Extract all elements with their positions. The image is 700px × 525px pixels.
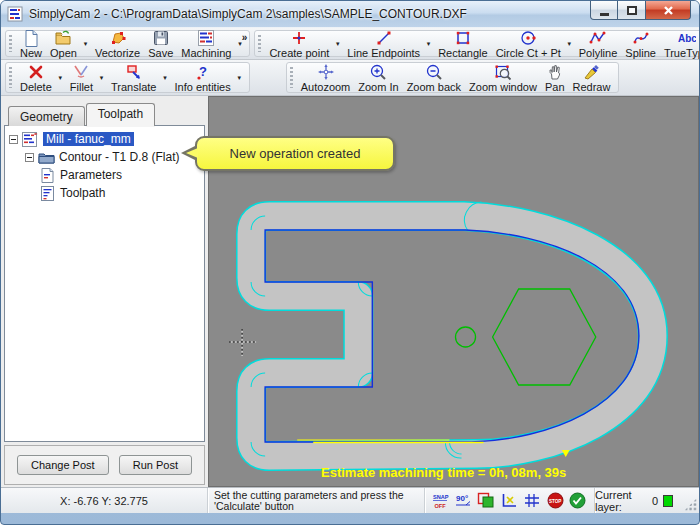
grid-icon[interactable] — [523, 492, 542, 509]
polyline-button[interactable]: Polyline — [575, 28, 622, 59]
window-title: SimplyCam 2 - C:\ProgramData\SimplyCam 2… — [29, 7, 467, 21]
current-layer-cell: Current layer: 0 — [595, 488, 699, 513]
tree-item-mill[interactable]: Mill - fanuc_mm — [7, 130, 202, 148]
svg-text:?: ? — [199, 64, 207, 79]
stop-icon[interactable]: STOP — [546, 492, 565, 509]
svg-text:90°: 90° — [456, 494, 468, 503]
truetype-icon: Abc — [678, 29, 696, 47]
run-post-button[interactable]: Run Post — [119, 455, 192, 475]
change-post-button[interactable]: Change Post — [17, 455, 109, 475]
angle-90-icon[interactable]: 90° — [455, 492, 474, 509]
machining-icon — [197, 29, 215, 47]
create-point-button[interactable]: Create point — [265, 28, 333, 59]
zoom-window-button[interactable]: Zoom window — [465, 62, 541, 93]
side-panel: Geometry Toolpath Mill - fanuc_mm — [1, 96, 207, 487]
ok-icon[interactable] — [568, 492, 587, 509]
contour-geometry[interactable] — [265, 230, 639, 442]
toolbar-grip[interactable] — [258, 35, 261, 52]
status-bar: X: -6.76 Y: 32.775 Set the cutting param… — [1, 487, 699, 513]
vectorize-icon — [109, 29, 127, 47]
redraw-button[interactable]: Redraw — [569, 62, 615, 93]
vectorize-button[interactable]: Vectorize — [91, 28, 144, 59]
fillet-dropdown-arrow[interactable] — [97, 74, 106, 82]
zoom-back-icon — [425, 63, 443, 81]
app-icon — [7, 6, 23, 22]
polyline-icon — [589, 29, 607, 47]
current-layer-label: Current layer: — [595, 489, 647, 513]
status-message: Set the cutting parameters and press the… — [208, 488, 425, 513]
app-window: SimplyCam 2 - C:\ProgramData\SimplyCam 2… — [0, 0, 700, 525]
circle-ct-pt-icon — [519, 29, 537, 47]
line-endpoints-icon — [375, 29, 393, 47]
line-endpoints-button[interactable]: Line Endpoints — [343, 28, 424, 59]
zoom-in-icon — [369, 63, 387, 81]
spline-icon — [632, 29, 650, 47]
toolbar-gap — [252, 61, 284, 94]
delete-dropdown-arrow[interactable] — [56, 74, 65, 82]
info-entities-icon: ? — [194, 63, 212, 81]
svg-text:SNAP: SNAP — [433, 494, 449, 500]
open-dropdown-arrow[interactable] — [81, 40, 90, 48]
line-dropdown-arrow[interactable] — [424, 40, 433, 48]
open-button[interactable]: Open — [46, 28, 81, 59]
toolbar-overflow-chevron[interactable] — [242, 32, 248, 43]
rectangle-button[interactable]: Rectangle — [434, 28, 492, 59]
tab-toolpath[interactable]: Toolpath — [86, 103, 155, 126]
circle-dropdown-arrow[interactable] — [565, 40, 574, 48]
parameters-page-icon — [39, 168, 56, 183]
panel-tabs: Geometry Toolpath — [4, 102, 205, 125]
create-point-dropdown-arrow[interactable] — [333, 40, 342, 48]
tree-item-parameters[interactable]: Parameters — [7, 166, 202, 184]
close-button[interactable] — [646, 1, 691, 20]
circle-ct-pt-button[interactable]: Circle Ct + Pt — [492, 28, 565, 59]
toolbar-grip[interactable] — [290, 67, 293, 88]
translate-button[interactable]: Translate — [107, 62, 160, 93]
info-entities-dropdown-arrow[interactable] — [235, 74, 244, 82]
post-buttons-area: Change Post Run Post — [4, 445, 205, 485]
autozoom-button[interactable]: Autozoom — [297, 62, 355, 93]
truetype-button[interactable]: Abc TrueType — [660, 28, 700, 59]
hexagon-geometry[interactable] — [493, 289, 596, 385]
toolbar-edit-view: Delete Fillet Translate ? — [1, 60, 699, 96]
mill-machine-icon — [22, 132, 39, 147]
pan-button[interactable]: Pan — [541, 62, 569, 93]
toolbar-grip[interactable] — [9, 67, 12, 88]
current-layer-value: 0 — [652, 495, 658, 507]
toolpath-tree: Mill - fanuc_mm Contour - T1 D.8 (Flat) — [4, 125, 205, 442]
collapse-icon[interactable] — [9, 135, 18, 144]
toolbar-group-draw: Create point Line Endpoints Rectangle — [254, 30, 700, 57]
new-button[interactable]: New — [16, 28, 46, 59]
tab-geometry[interactable]: Geometry — [8, 106, 85, 126]
copy-entities-icon[interactable] — [477, 492, 496, 509]
layer-color-swatch[interactable] — [663, 495, 673, 507]
svg-text:Abc: Abc — [678, 33, 696, 44]
title-bar[interactable]: SimplyCam 2 - C:\ProgramData\SimplyCam 2… — [1, 1, 699, 27]
toolbar-grip[interactable] — [9, 35, 12, 52]
toolbar-file: New Open Vectorize — [1, 27, 699, 60]
toolbar-group-view: Autozoom Zoom In Zoom back — [286, 62, 620, 93]
close-icon — [663, 5, 674, 16]
collapse-icon[interactable] — [25, 153, 34, 162]
tree-item-contour[interactable]: Contour - T1 D.8 (Flat) — [7, 148, 202, 166]
tree-item-toolpath[interactable]: Toolpath — [7, 184, 202, 202]
machining-button[interactable]: Machining — [177, 28, 235, 59]
cursor-coordinates: X: -6.76 Y: 32.775 — [1, 488, 208, 513]
info-entities-button[interactable]: ? Info entities — [170, 62, 234, 93]
status-toggles: SNAP OFF 90° STOP — [425, 488, 595, 513]
fillet-button[interactable]: Fillet — [66, 62, 97, 93]
svg-text:STOP: STOP — [549, 499, 561, 504]
tree-item-label: Contour - T1 D.8 (Flat) — [59, 150, 179, 164]
circle-geometry[interactable] — [456, 327, 476, 347]
zoom-in-button[interactable]: Zoom In — [354, 62, 402, 93]
zoom-back-button[interactable]: Zoom back — [403, 62, 465, 93]
delete-button[interactable]: Delete — [16, 62, 56, 93]
spline-button[interactable]: Spline — [621, 28, 660, 59]
snap-off-icon[interactable]: SNAP OFF — [432, 492, 451, 509]
minimize-button[interactable] — [590, 1, 618, 20]
save-button[interactable]: Save — [144, 28, 177, 59]
axes-origin-icon[interactable] — [500, 492, 519, 509]
toolbar-group-edit: Delete Fillet Translate ? — [5, 62, 250, 93]
translate-dropdown-arrow[interactable] — [160, 74, 169, 82]
toolpath-band[interactable] — [251, 216, 653, 456]
maximize-button[interactable] — [618, 1, 646, 20]
